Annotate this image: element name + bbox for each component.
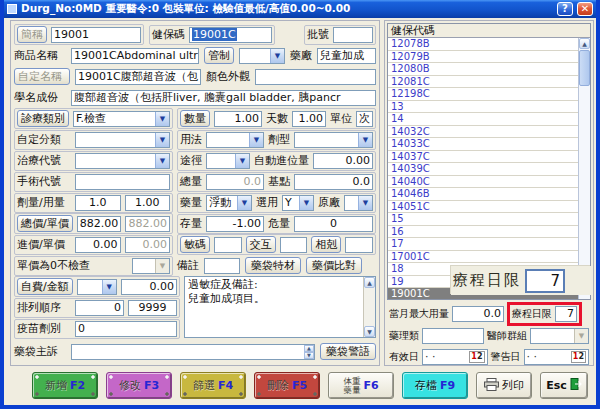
- bag-material-button[interactable]: 藥袋特材: [245, 257, 301, 274]
- spin-down-icon[interactable]: ▼: [304, 352, 314, 359]
- drug-qty-select[interactable]: 浮動▼: [206, 195, 252, 211]
- chevron-down-icon[interactable]: ▼: [235, 154, 249, 168]
- usage-select[interactable]: ▼: [206, 132, 264, 148]
- scroll-up-icon[interactable]: ▲: [364, 277, 375, 288]
- print-button[interactable]: 列印: [476, 372, 532, 399]
- chevron-down-icon[interactable]: ▼: [237, 196, 251, 210]
- control-button[interactable]: 管制: [204, 47, 234, 64]
- price-button[interactable]: 總價/單價: [17, 215, 73, 232]
- chevron-down-icon[interactable]: ▼: [358, 196, 372, 210]
- list-item[interactable]: 14: [388, 113, 578, 126]
- list-scrollbar[interactable]: ▲: [578, 38, 590, 299]
- chevron-down-icon[interactable]: ▼: [155, 112, 169, 126]
- calendar-icon[interactable]: 12: [571, 351, 586, 363]
- therapy-code-select[interactable]: ▼: [75, 153, 170, 169]
- original-select[interactable]: ▼: [344, 195, 373, 211]
- factory-input[interactable]: 兒童加成: [317, 48, 376, 64]
- custom-name-input[interactable]: 19001C腹部超音波（包: [75, 69, 201, 85]
- appearance-input[interactable]: [255, 69, 376, 85]
- scroll-down-icon[interactable]: ▼: [364, 326, 375, 337]
- scroll-up-icon[interactable]: ▲: [579, 38, 590, 49]
- chevron-down-icon[interactable]: ▼: [270, 49, 284, 63]
- add-button[interactable]: 新增F2: [32, 372, 98, 399]
- sort-order-input-2[interactable]: 9999: [128, 300, 177, 316]
- dosage-form-select[interactable]: ▼: [294, 132, 373, 148]
- bag-complaint-input[interactable]: ▲▼: [71, 344, 315, 360]
- help-button[interactable]: ?: [557, 2, 573, 16]
- doctor-group-select[interactable]: ▼: [530, 328, 589, 344]
- list-item[interactable]: 14032C: [388, 126, 578, 139]
- optional-select[interactable]: Y▼: [282, 195, 314, 211]
- warn-date-input[interactable]: · · 12: [524, 349, 590, 365]
- list-item[interactable]: 12081C: [388, 76, 578, 89]
- list-item[interactable]: 13: [388, 101, 578, 114]
- save-button[interactable]: 存檔F9: [402, 372, 468, 399]
- list-item[interactable]: 12080B: [388, 63, 578, 76]
- list-item[interactable]: 17: [388, 238, 578, 251]
- chevron-down-icon[interactable]: ▼: [299, 196, 313, 210]
- calendar-icon[interactable]: 12: [469, 351, 484, 363]
- conflict-button[interactable]: 相剋: [311, 236, 341, 253]
- purchase-price-input-1[interactable]: 0.00: [75, 237, 121, 253]
- self-pay-button[interactable]: 自費/金額: [17, 278, 73, 295]
- qty-input[interactable]: 1.00: [214, 111, 262, 127]
- chevron-down-icon[interactable]: ▼: [155, 133, 169, 147]
- sort-order-input-1[interactable]: 0: [75, 300, 124, 316]
- allergy-code-input[interactable]: [214, 237, 242, 253]
- auto-round-input[interactable]: 0.00: [313, 153, 373, 169]
- close-button[interactable]: ✕: [577, 2, 593, 16]
- interaction-button[interactable]: 交互: [246, 236, 276, 253]
- abbrev-input[interactable]: 19001: [51, 27, 141, 43]
- list-item[interactable]: 12079B: [388, 51, 578, 64]
- valid-date-input[interactable]: · · 12: [422, 349, 488, 365]
- qty-button[interactable]: 數量: [180, 110, 210, 127]
- monthly-max-input[interactable]: 0.0: [452, 306, 504, 322]
- batch-input[interactable]: [333, 27, 373, 43]
- chevron-down-icon[interactable]: ▼: [155, 259, 169, 273]
- list-item[interactable]: 14046B: [388, 188, 578, 201]
- conflict-input[interactable]: [345, 237, 373, 253]
- list-item[interactable]: 16: [388, 226, 578, 239]
- textarea-scrollbar[interactable]: ▲ ▼: [363, 277, 375, 337]
- list-item[interactable]: 12198C: [388, 88, 578, 101]
- route-select[interactable]: ▼: [206, 153, 250, 169]
- treat-class-button[interactable]: 診療類別: [17, 110, 69, 127]
- chevron-down-icon[interactable]: ▼: [358, 133, 372, 147]
- indication-textarea[interactable]: 過敏症及備註: 兒童加成項目。 ▲ ▼: [184, 276, 376, 338]
- modify-button[interactable]: 修改F3: [106, 372, 172, 399]
- list-item[interactable]: 14033C: [388, 138, 578, 151]
- control-select[interactable]: ▼: [239, 48, 285, 64]
- list-item[interactable]: 15: [388, 213, 578, 226]
- generic-name-input[interactable]: 腹部超音波（包括肝liver, 膽囊gall bladder, 胰pancr: [71, 90, 376, 106]
- days-input[interactable]: 1.00: [292, 111, 326, 127]
- base-point-input[interactable]: 0.0: [294, 174, 373, 190]
- self-pay-select[interactable]: ▼: [77, 279, 117, 295]
- custom-class-select[interactable]: ▼: [75, 132, 170, 148]
- stock-input[interactable]: -1.00: [206, 216, 264, 232]
- danger-qty-input[interactable]: 0: [294, 216, 373, 232]
- scrollbar-thumb[interactable]: [579, 50, 590, 86]
- list-item[interactable]: 17001C: [388, 251, 578, 264]
- esc-button[interactable]: Esc: [540, 372, 588, 399]
- chevron-down-icon[interactable]: ▼: [155, 154, 169, 168]
- surgery-code-input[interactable]: [75, 174, 170, 190]
- weight-dose-button[interactable]: 体重藥量 F6: [328, 372, 394, 399]
- price-compare-button[interactable]: 藥價比對: [306, 257, 362, 274]
- list-item[interactable]: 14039C: [388, 163, 578, 176]
- bag-warning-button[interactable]: 藥袋警語: [320, 343, 376, 360]
- list-item[interactable]: 14051C: [388, 201, 578, 214]
- delete-button[interactable]: 刪除F5: [254, 372, 320, 399]
- filter-button[interactable]: 篩選F4: [180, 372, 246, 399]
- total-price-input[interactable]: 882.00: [77, 216, 122, 232]
- interaction-input[interactable]: [280, 237, 308, 253]
- zero-price-select[interactable]: ▼: [132, 258, 170, 274]
- unit-input[interactable]: 次: [356, 111, 373, 127]
- product-name-input[interactable]: 19001CAbdominal ultr: [71, 48, 199, 64]
- list-item[interactable]: 12078B: [388, 38, 578, 51]
- treat-class-select[interactable]: F.檢查▼: [73, 111, 170, 127]
- chevron-down-icon[interactable]: ▼: [574, 329, 588, 343]
- list-item[interactable]: 14037C: [388, 151, 578, 164]
- chevron-down-icon[interactable]: ▼: [102, 280, 116, 294]
- remark-input[interactable]: [204, 258, 240, 274]
- list-item[interactable]: 14040C: [388, 176, 578, 189]
